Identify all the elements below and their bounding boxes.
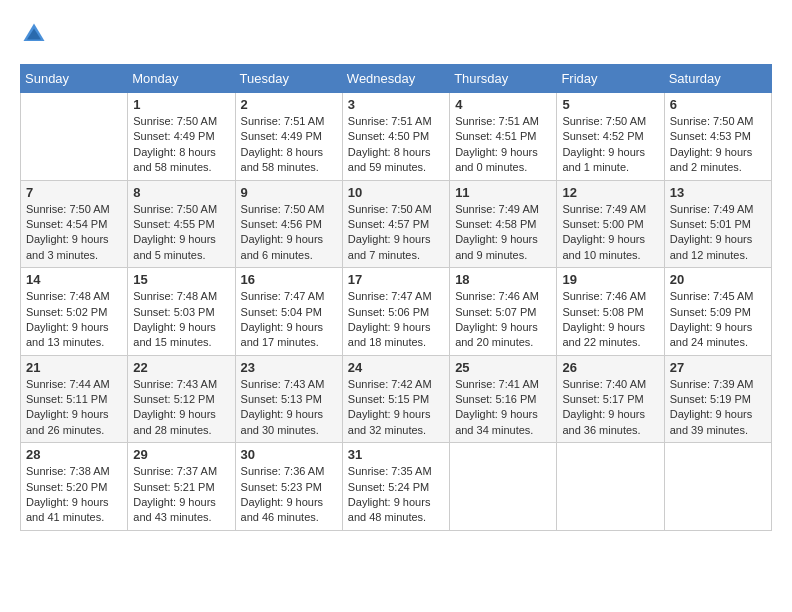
day-number: 4	[455, 97, 551, 112]
day-cell: 21Sunrise: 7:44 AMSunset: 5:11 PMDayligh…	[21, 355, 128, 443]
day-cell: 6Sunrise: 7:50 AMSunset: 4:53 PMDaylight…	[664, 93, 771, 181]
day-number: 12	[562, 185, 658, 200]
day-info: Sunrise: 7:41 AMSunset: 5:16 PMDaylight:…	[455, 377, 551, 439]
day-info: Sunrise: 7:51 AMSunset: 4:50 PMDaylight:…	[348, 114, 444, 176]
calendar-body: 1Sunrise: 7:50 AMSunset: 4:49 PMDaylight…	[21, 93, 772, 531]
day-cell: 11Sunrise: 7:49 AMSunset: 4:58 PMDayligh…	[450, 180, 557, 268]
day-cell: 10Sunrise: 7:50 AMSunset: 4:57 PMDayligh…	[342, 180, 449, 268]
day-number: 13	[670, 185, 766, 200]
day-number: 20	[670, 272, 766, 287]
day-cell	[557, 443, 664, 531]
day-number: 27	[670, 360, 766, 375]
day-number: 8	[133, 185, 229, 200]
calendar-table: SundayMondayTuesdayWednesdayThursdayFrid…	[20, 64, 772, 531]
day-cell	[21, 93, 128, 181]
day-info: Sunrise: 7:43 AMSunset: 5:12 PMDaylight:…	[133, 377, 229, 439]
day-cell: 25Sunrise: 7:41 AMSunset: 5:16 PMDayligh…	[450, 355, 557, 443]
weekday-wednesday: Wednesday	[342, 65, 449, 93]
week-row-2: 14Sunrise: 7:48 AMSunset: 5:02 PMDayligh…	[21, 268, 772, 356]
day-info: Sunrise: 7:48 AMSunset: 5:03 PMDaylight:…	[133, 289, 229, 351]
day-number: 10	[348, 185, 444, 200]
day-cell: 22Sunrise: 7:43 AMSunset: 5:12 PMDayligh…	[128, 355, 235, 443]
day-number: 21	[26, 360, 122, 375]
day-info: Sunrise: 7:46 AMSunset: 5:07 PMDaylight:…	[455, 289, 551, 351]
day-info: Sunrise: 7:50 AMSunset: 4:52 PMDaylight:…	[562, 114, 658, 176]
weekday-thursday: Thursday	[450, 65, 557, 93]
day-number: 14	[26, 272, 122, 287]
header	[20, 20, 772, 48]
weekday-friday: Friday	[557, 65, 664, 93]
day-cell	[450, 443, 557, 531]
day-info: Sunrise: 7:35 AMSunset: 5:24 PMDaylight:…	[348, 464, 444, 526]
day-info: Sunrise: 7:50 AMSunset: 4:56 PMDaylight:…	[241, 202, 337, 264]
day-info: Sunrise: 7:47 AMSunset: 5:06 PMDaylight:…	[348, 289, 444, 351]
day-cell: 23Sunrise: 7:43 AMSunset: 5:13 PMDayligh…	[235, 355, 342, 443]
day-cell: 31Sunrise: 7:35 AMSunset: 5:24 PMDayligh…	[342, 443, 449, 531]
day-number: 30	[241, 447, 337, 462]
day-info: Sunrise: 7:43 AMSunset: 5:13 PMDaylight:…	[241, 377, 337, 439]
day-info: Sunrise: 7:51 AMSunset: 4:51 PMDaylight:…	[455, 114, 551, 176]
day-cell	[664, 443, 771, 531]
day-cell: 7Sunrise: 7:50 AMSunset: 4:54 PMDaylight…	[21, 180, 128, 268]
day-number: 9	[241, 185, 337, 200]
day-number: 5	[562, 97, 658, 112]
weekday-header: SundayMondayTuesdayWednesdayThursdayFrid…	[21, 65, 772, 93]
day-info: Sunrise: 7:50 AMSunset: 4:57 PMDaylight:…	[348, 202, 444, 264]
day-cell: 14Sunrise: 7:48 AMSunset: 5:02 PMDayligh…	[21, 268, 128, 356]
logo-icon	[20, 20, 48, 48]
day-cell: 20Sunrise: 7:45 AMSunset: 5:09 PMDayligh…	[664, 268, 771, 356]
day-cell: 27Sunrise: 7:39 AMSunset: 5:19 PMDayligh…	[664, 355, 771, 443]
day-info: Sunrise: 7:50 AMSunset: 4:55 PMDaylight:…	[133, 202, 229, 264]
day-cell: 19Sunrise: 7:46 AMSunset: 5:08 PMDayligh…	[557, 268, 664, 356]
day-cell: 15Sunrise: 7:48 AMSunset: 5:03 PMDayligh…	[128, 268, 235, 356]
day-info: Sunrise: 7:37 AMSunset: 5:21 PMDaylight:…	[133, 464, 229, 526]
day-cell: 8Sunrise: 7:50 AMSunset: 4:55 PMDaylight…	[128, 180, 235, 268]
day-number: 29	[133, 447, 229, 462]
day-info: Sunrise: 7:51 AMSunset: 4:49 PMDaylight:…	[241, 114, 337, 176]
day-number: 31	[348, 447, 444, 462]
day-cell: 2Sunrise: 7:51 AMSunset: 4:49 PMDaylight…	[235, 93, 342, 181]
day-info: Sunrise: 7:47 AMSunset: 5:04 PMDaylight:…	[241, 289, 337, 351]
day-info: Sunrise: 7:49 AMSunset: 5:00 PMDaylight:…	[562, 202, 658, 264]
day-info: Sunrise: 7:45 AMSunset: 5:09 PMDaylight:…	[670, 289, 766, 351]
day-number: 7	[26, 185, 122, 200]
day-number: 24	[348, 360, 444, 375]
week-row-4: 28Sunrise: 7:38 AMSunset: 5:20 PMDayligh…	[21, 443, 772, 531]
day-info: Sunrise: 7:42 AMSunset: 5:15 PMDaylight:…	[348, 377, 444, 439]
day-cell: 18Sunrise: 7:46 AMSunset: 5:07 PMDayligh…	[450, 268, 557, 356]
day-number: 22	[133, 360, 229, 375]
day-info: Sunrise: 7:44 AMSunset: 5:11 PMDaylight:…	[26, 377, 122, 439]
day-number: 15	[133, 272, 229, 287]
day-info: Sunrise: 7:38 AMSunset: 5:20 PMDaylight:…	[26, 464, 122, 526]
day-number: 26	[562, 360, 658, 375]
weekday-monday: Monday	[128, 65, 235, 93]
day-cell: 13Sunrise: 7:49 AMSunset: 5:01 PMDayligh…	[664, 180, 771, 268]
weekday-saturday: Saturday	[664, 65, 771, 93]
day-number: 11	[455, 185, 551, 200]
day-info: Sunrise: 7:46 AMSunset: 5:08 PMDaylight:…	[562, 289, 658, 351]
day-info: Sunrise: 7:39 AMSunset: 5:19 PMDaylight:…	[670, 377, 766, 439]
day-info: Sunrise: 7:36 AMSunset: 5:23 PMDaylight:…	[241, 464, 337, 526]
day-cell: 17Sunrise: 7:47 AMSunset: 5:06 PMDayligh…	[342, 268, 449, 356]
weekday-tuesday: Tuesday	[235, 65, 342, 93]
logo	[20, 20, 52, 48]
day-cell: 12Sunrise: 7:49 AMSunset: 5:00 PMDayligh…	[557, 180, 664, 268]
day-number: 2	[241, 97, 337, 112]
day-number: 6	[670, 97, 766, 112]
day-cell: 30Sunrise: 7:36 AMSunset: 5:23 PMDayligh…	[235, 443, 342, 531]
week-row-3: 21Sunrise: 7:44 AMSunset: 5:11 PMDayligh…	[21, 355, 772, 443]
weekday-sunday: Sunday	[21, 65, 128, 93]
day-number: 16	[241, 272, 337, 287]
day-cell: 3Sunrise: 7:51 AMSunset: 4:50 PMDaylight…	[342, 93, 449, 181]
day-cell: 24Sunrise: 7:42 AMSunset: 5:15 PMDayligh…	[342, 355, 449, 443]
day-number: 17	[348, 272, 444, 287]
day-info: Sunrise: 7:40 AMSunset: 5:17 PMDaylight:…	[562, 377, 658, 439]
week-row-1: 7Sunrise: 7:50 AMSunset: 4:54 PMDaylight…	[21, 180, 772, 268]
day-info: Sunrise: 7:50 AMSunset: 4:54 PMDaylight:…	[26, 202, 122, 264]
day-number: 28	[26, 447, 122, 462]
day-number: 1	[133, 97, 229, 112]
day-number: 18	[455, 272, 551, 287]
day-cell: 28Sunrise: 7:38 AMSunset: 5:20 PMDayligh…	[21, 443, 128, 531]
day-info: Sunrise: 7:49 AMSunset: 4:58 PMDaylight:…	[455, 202, 551, 264]
week-row-0: 1Sunrise: 7:50 AMSunset: 4:49 PMDaylight…	[21, 93, 772, 181]
